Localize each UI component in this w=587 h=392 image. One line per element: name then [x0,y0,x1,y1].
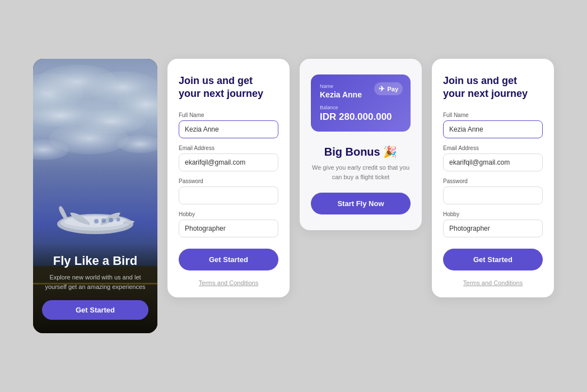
airplane-illustration [50,190,140,246]
email-input-right[interactable] [443,153,543,171]
hobby-input-right[interactable] [443,220,543,237]
fullname-input[interactable] [179,120,278,138]
bonus-card: ✈ Pay Name Kezia Anne Balance IDR 280.00… [300,59,422,230]
card-name-label: Name [320,83,402,89]
svg-point-13 [109,218,113,222]
hero-card: Fly Like a Bird Explore new world with u… [33,59,157,333]
terms-link-right[interactable]: Terms and Conditions [443,279,543,286]
hobby-input[interactable] [179,220,278,237]
signup-form-card-right: Join us and get your next journey Full N… [432,59,554,297]
form-heading-right: Join us and get your next journey [443,74,543,101]
svg-point-15 [94,219,99,223]
hobby-label-right: Hobby [443,211,543,217]
fullname-label: Full Name [179,112,278,118]
get-started-button[interactable]: Get Started [179,249,278,270]
password-input-right[interactable] [443,186,543,204]
fullname-label-right: Full Name [443,112,543,118]
email-group-right: Email Address [443,145,543,171]
password-label-right: Password [443,178,543,184]
main-container: Fly Like a Bird Explore new world with u… [11,25,576,367]
hobby-group-right: Hobby [443,211,543,237]
fullname-group-right: Full Name [443,112,543,138]
balance-label: Balance [320,105,402,110]
svg-point-12 [101,218,106,223]
hero-text-overlay: Fly Like a Bird Explore new world with u… [33,242,157,333]
bonus-description: We give you early credit so that you can… [311,163,411,181]
fullname-group: Full Name [179,112,278,138]
hero-get-started-button[interactable]: Get Started [42,300,148,320]
terms-link[interactable]: Terms and Conditions [179,279,278,286]
fullname-input-right[interactable] [443,120,543,138]
svg-point-14 [117,218,120,222]
bonus-title: Big Bonus 🎉 [324,145,398,158]
signup-form-card: Join us and get your next journey Full N… [167,59,290,297]
start-fly-button[interactable]: Start Fly Now [311,193,411,214]
get-started-button-right[interactable]: Get Started [443,249,543,270]
balance-amount: IDR 280.000.000 [320,111,402,123]
password-group: Password [179,178,278,204]
password-group-right: Password [443,178,543,204]
hero-description: Explore new world with us and let yourse… [42,273,148,291]
hero-title: Fly Like a Bird [42,254,148,268]
email-label: Email Address [179,145,278,151]
hobby-label: Hobby [179,211,278,217]
hobby-group: Hobby [179,211,278,237]
email-label-right: Email Address [443,145,543,151]
password-label: Password [179,178,278,184]
email-group: Email Address [179,145,278,171]
form-heading: Join us and get your next journey [179,74,278,101]
payment-card: ✈ Pay Name Kezia Anne Balance IDR 280.00… [311,74,411,132]
email-input[interactable] [179,153,278,171]
password-input[interactable] [179,186,278,204]
